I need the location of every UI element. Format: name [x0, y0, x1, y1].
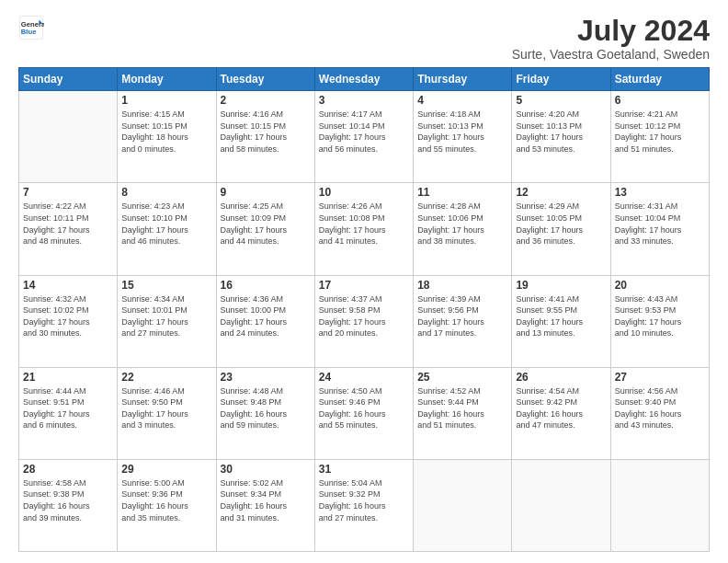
day-info: Sunrise: 5:00 AM Sunset: 9:36 PM Dayligh… [121, 477, 211, 523]
calendar-cell: 13Sunrise: 4:31 AM Sunset: 10:04 PM Dayl… [610, 183, 709, 275]
day-number: 13 [615, 186, 705, 199]
calendar-cell: 7Sunrise: 4:22 AM Sunset: 10:11 PM Dayli… [19, 183, 118, 275]
day-info: Sunrise: 4:28 AM Sunset: 10:06 PM Daylig… [417, 201, 507, 247]
calendar-cell: 19Sunrise: 4:41 AM Sunset: 9:55 PM Dayli… [512, 275, 610, 367]
day-info: Sunrise: 4:32 AM Sunset: 10:02 PM Daylig… [23, 293, 113, 339]
day-number: 8 [121, 186, 211, 199]
day-info: Sunrise: 4:17 AM Sunset: 10:14 PM Daylig… [319, 109, 409, 155]
calendar-cell: 20Sunrise: 4:43 AM Sunset: 9:53 PM Dayli… [610, 275, 709, 367]
day-number: 24 [319, 371, 409, 384]
calendar-cell: 14Sunrise: 4:32 AM Sunset: 10:02 PM Dayl… [19, 275, 118, 367]
day-info: Sunrise: 4:44 AM Sunset: 9:51 PM Dayligh… [23, 385, 113, 431]
day-info: Sunrise: 4:54 AM Sunset: 9:42 PM Dayligh… [516, 385, 606, 431]
calendar-cell: 31Sunrise: 5:04 AM Sunset: 9:32 PM Dayli… [314, 459, 413, 551]
day-number: 4 [417, 94, 507, 107]
day-number: 12 [516, 186, 606, 199]
day-number: 9 [221, 186, 311, 199]
logo: General Blue [18, 15, 44, 40]
day-info: Sunrise: 4:52 AM Sunset: 9:44 PM Dayligh… [417, 385, 507, 431]
weekday-header-saturday: Saturday [610, 68, 709, 91]
weekday-header-wednesday: Wednesday [314, 68, 413, 91]
calendar-cell: 4Sunrise: 4:18 AM Sunset: 10:13 PM Dayli… [414, 91, 512, 183]
calendar-cell: 10Sunrise: 4:26 AM Sunset: 10:08 PM Dayl… [314, 183, 413, 275]
calendar-cell: 8Sunrise: 4:23 AM Sunset: 10:10 PM Dayli… [118, 183, 216, 275]
day-info: Sunrise: 4:22 AM Sunset: 10:11 PM Daylig… [23, 201, 113, 247]
calendar-body: 1Sunrise: 4:15 AM Sunset: 10:15 PM Dayli… [19, 91, 710, 552]
day-number: 1 [121, 94, 211, 107]
day-number: 21 [23, 371, 113, 384]
day-number: 16 [221, 279, 311, 292]
day-info: Sunrise: 4:21 AM Sunset: 10:12 PM Daylig… [615, 109, 705, 155]
day-info: Sunrise: 4:37 AM Sunset: 9:58 PM Dayligh… [319, 293, 409, 339]
day-info: Sunrise: 4:41 AM Sunset: 9:55 PM Dayligh… [516, 293, 606, 339]
header: General Blue July 2024 Surte, Vaestra Go… [18, 15, 710, 62]
weekday-header-monday: Monday [118, 68, 216, 91]
day-info: Sunrise: 4:56 AM Sunset: 9:40 PM Dayligh… [615, 385, 705, 431]
calendar-cell: 1Sunrise: 4:15 AM Sunset: 10:15 PM Dayli… [118, 91, 216, 183]
day-info: Sunrise: 4:58 AM Sunset: 9:38 PM Dayligh… [23, 477, 113, 523]
svg-text:Blue: Blue [21, 28, 37, 36]
calendar-cell: 2Sunrise: 4:16 AM Sunset: 10:15 PM Dayli… [216, 91, 314, 183]
day-number: 6 [615, 94, 705, 107]
day-number: 17 [319, 279, 409, 292]
calendar-cell: 9Sunrise: 4:25 AM Sunset: 10:09 PM Dayli… [216, 183, 314, 275]
day-number: 7 [23, 186, 113, 199]
day-info: Sunrise: 4:36 AM Sunset: 10:00 PM Daylig… [221, 293, 311, 339]
day-info: Sunrise: 4:29 AM Sunset: 10:05 PM Daylig… [516, 201, 606, 247]
weekday-header-tuesday: Tuesday [216, 68, 314, 91]
day-number: 15 [121, 279, 211, 292]
day-number: 19 [516, 279, 606, 292]
calendar-cell: 27Sunrise: 4:56 AM Sunset: 9:40 PM Dayli… [610, 367, 709, 459]
day-info: Sunrise: 4:18 AM Sunset: 10:13 PM Daylig… [417, 109, 507, 155]
day-info: Sunrise: 5:04 AM Sunset: 9:32 PM Dayligh… [319, 477, 409, 523]
calendar-cell: 29Sunrise: 5:00 AM Sunset: 9:36 PM Dayli… [118, 459, 216, 551]
calendar-cell [414, 459, 512, 551]
day-info: Sunrise: 4:39 AM Sunset: 9:56 PM Dayligh… [417, 293, 507, 339]
calendar-cell: 23Sunrise: 4:48 AM Sunset: 9:48 PM Dayli… [216, 367, 314, 459]
calendar-week-4: 21Sunrise: 4:44 AM Sunset: 9:51 PM Dayli… [19, 367, 710, 459]
title-block: July 2024 Surte, Vaestra Goetaland, Swed… [512, 15, 710, 62]
weekday-header-thursday: Thursday [414, 68, 512, 91]
calendar-cell: 26Sunrise: 4:54 AM Sunset: 9:42 PM Dayli… [512, 367, 610, 459]
day-number: 28 [23, 463, 113, 476]
calendar-cell: 22Sunrise: 4:46 AM Sunset: 9:50 PM Dayli… [118, 367, 216, 459]
location: Surte, Vaestra Goetaland, Sweden [512, 47, 710, 62]
day-info: Sunrise: 4:46 AM Sunset: 9:50 PM Dayligh… [121, 385, 211, 431]
day-info: Sunrise: 4:48 AM Sunset: 9:48 PM Dayligh… [221, 385, 311, 431]
calendar-cell: 12Sunrise: 4:29 AM Sunset: 10:05 PM Dayl… [512, 183, 610, 275]
day-number: 5 [516, 94, 606, 107]
svg-text:General: General [21, 20, 44, 29]
day-info: Sunrise: 4:50 AM Sunset: 9:46 PM Dayligh… [319, 385, 409, 431]
calendar: SundayMondayTuesdayWednesdayThursdayFrid… [18, 67, 710, 552]
day-number: 14 [23, 279, 113, 292]
day-number: 18 [417, 279, 507, 292]
calendar-cell: 3Sunrise: 4:17 AM Sunset: 10:14 PM Dayli… [314, 91, 413, 183]
calendar-cell: 30Sunrise: 5:02 AM Sunset: 9:34 PM Dayli… [216, 459, 314, 551]
day-info: Sunrise: 4:34 AM Sunset: 10:01 PM Daylig… [121, 293, 211, 339]
calendar-cell: 6Sunrise: 4:21 AM Sunset: 10:12 PM Dayli… [610, 91, 709, 183]
calendar-cell [512, 459, 610, 551]
day-number: 31 [319, 463, 409, 476]
day-number: 30 [221, 463, 311, 476]
calendar-week-3: 14Sunrise: 4:32 AM Sunset: 10:02 PM Dayl… [19, 275, 710, 367]
day-number: 20 [615, 279, 705, 292]
weekday-header-row: SundayMondayTuesdayWednesdayThursdayFrid… [19, 68, 710, 91]
weekday-header-friday: Friday [512, 68, 610, 91]
logo-icon: General Blue [18, 15, 44, 40]
day-info: Sunrise: 4:43 AM Sunset: 9:53 PM Dayligh… [615, 293, 705, 339]
calendar-week-1: 1Sunrise: 4:15 AM Sunset: 10:15 PM Dayli… [19, 91, 710, 183]
day-info: Sunrise: 4:23 AM Sunset: 10:10 PM Daylig… [121, 201, 211, 247]
day-info: Sunrise: 4:26 AM Sunset: 10:08 PM Daylig… [319, 201, 409, 247]
calendar-week-2: 7Sunrise: 4:22 AM Sunset: 10:11 PM Dayli… [19, 183, 710, 275]
day-number: 10 [319, 186, 409, 199]
day-number: 25 [417, 371, 507, 384]
calendar-cell [19, 91, 118, 183]
day-info: Sunrise: 5:02 AM Sunset: 9:34 PM Dayligh… [221, 477, 311, 523]
day-number: 27 [615, 371, 705, 384]
calendar-week-5: 28Sunrise: 4:58 AM Sunset: 9:38 PM Dayli… [19, 459, 710, 551]
calendar-cell: 18Sunrise: 4:39 AM Sunset: 9:56 PM Dayli… [414, 275, 512, 367]
calendar-cell: 24Sunrise: 4:50 AM Sunset: 9:46 PM Dayli… [314, 367, 413, 459]
calendar-cell: 11Sunrise: 4:28 AM Sunset: 10:06 PM Dayl… [414, 183, 512, 275]
calendar-cell: 16Sunrise: 4:36 AM Sunset: 10:00 PM Dayl… [216, 275, 314, 367]
weekday-header-sunday: Sunday [19, 68, 118, 91]
